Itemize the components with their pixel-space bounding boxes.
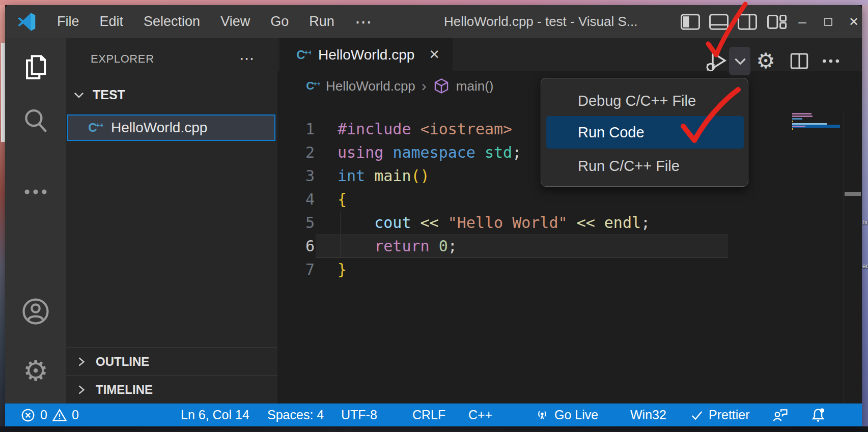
close-button[interactable]: ✕ (842, 5, 865, 38)
cpp-file-icon: C++ (88, 120, 103, 135)
encoding-setting[interactable]: UTF-8 (341, 404, 377, 426)
code-line: 7} (277, 258, 843, 281)
desktop-wallpaper-bottom (0, 426, 868, 432)
symbol-cube-icon (433, 77, 450, 95)
explorer-more-icon[interactable]: ⋯ (239, 49, 256, 67)
status-bar: 0 0 Ln 6, Col 14 Spaces: 4 UTF-8 CRLF C+… (5, 404, 862, 426)
window-title: HelloWorld.cpp - test - Visual S... (444, 5, 638, 38)
feedback-icon[interactable] (771, 404, 789, 426)
desktop-icon-label: ec (862, 263, 868, 270)
toggle-panel-icon[interactable] (709, 13, 729, 31)
breadcrumb-file[interactable]: HelloWorld.cpp (326, 78, 415, 94)
explorer-sidebar: EXPLORER ⋯ TEST C++ HelloWorld.cpp OUTLI… (66, 38, 277, 404)
eol-setting[interactable]: CRLF (412, 404, 445, 426)
desktop-wallpaper-top (0, 0, 868, 5)
problems-indicator[interactable]: 0 0 (20, 404, 79, 426)
menu-item-run-code[interactable]: Run Code (546, 116, 744, 149)
menu-selection[interactable]: Selection (133, 5, 210, 38)
platform-target[interactable]: Win32 (630, 404, 666, 426)
menu-run[interactable]: Run (299, 5, 345, 38)
tab-close-icon[interactable]: ✕ (429, 47, 440, 63)
run-dropdown-chevron-icon[interactable] (729, 48, 752, 74)
sidebar-item-explorer[interactable] (5, 48, 66, 87)
menu-edit[interactable]: Edit (90, 5, 134, 38)
formatter-button[interactable]: Prettier (690, 404, 750, 426)
code-text: using namespace std; (338, 141, 521, 164)
tab-helloworld[interactable]: C++ HelloWorld.cpp ✕ (279, 38, 453, 71)
settings-gear-icon[interactable]: ⚙ (754, 48, 777, 74)
account-icon[interactable] (5, 292, 66, 331)
code-line: 4{ (277, 188, 843, 211)
menu-file[interactable]: File (47, 5, 90, 38)
code-text: return 0; (338, 235, 457, 258)
cpp-file-icon: C++ (296, 47, 311, 63)
error-count: 0 (40, 408, 47, 422)
minimap-line (792, 121, 793, 122)
go-live-button[interactable]: Go Live (535, 404, 598, 426)
menu-go[interactable]: Go (260, 5, 299, 38)
svg-text:++: ++ (304, 49, 311, 56)
toggle-secondary-sidebar-icon[interactable] (737, 13, 758, 31)
warning-count: 0 (72, 408, 79, 422)
debug-run-button[interactable] (704, 48, 727, 74)
minimap-line (792, 126, 805, 127)
outline-section-header[interactable]: OUTLINE (66, 347, 277, 376)
manage-gear-icon[interactable]: ⚙ (5, 352, 66, 390)
minimap-line (792, 116, 813, 117)
minimap[interactable] (792, 113, 843, 138)
breadcrumb-symbol[interactable]: main() (456, 78, 494, 94)
activity-bar: ⚙ (5, 38, 66, 404)
toggle-primary-sidebar-icon[interactable] (680, 13, 701, 31)
svg-text:++: ++ (313, 80, 320, 88)
error-circle-icon (20, 408, 36, 423)
tree-folder-test[interactable]: TEST (66, 83, 277, 106)
minimap-line (792, 113, 811, 114)
cursor-position[interactable]: Ln 6, Col 14 (181, 404, 249, 426)
split-editor-icon[interactable] (788, 48, 811, 74)
sidebar-item-search[interactable] (5, 101, 66, 140)
breadcrumb-separator: › (422, 77, 427, 95)
maximize-button[interactable] (817, 5, 840, 38)
line-number: 3 (277, 164, 315, 188)
minimap-line (792, 118, 802, 120)
menu-item-run-cpp-file[interactable]: Run C/C++ File (541, 153, 749, 179)
notifications-bell-icon[interactable] (809, 404, 827, 426)
code-text: } (338, 258, 347, 281)
file-name-label: HelloWorld.cpp (111, 120, 207, 136)
scrollbar-thumb[interactable] (845, 192, 861, 196)
minimize-button[interactable]: – (791, 5, 814, 38)
line-number: 7 (277, 258, 315, 281)
menu-more-icon[interactable]: ⋯ (345, 5, 382, 38)
more-actions-icon[interactable] (819, 48, 843, 74)
vscode-logo-icon (15, 11, 38, 33)
minimap-line (792, 123, 827, 125)
screenshot-canvas: bo ec File Edit Selection View Go Run ⋯ … (0, 0, 868, 432)
desktop-wallpaper-right (862, 5, 868, 426)
chevron-right-icon (75, 384, 88, 396)
check-icon (690, 408, 704, 422)
timeline-label: TIMELINE (96, 383, 153, 397)
cpp-file-icon: C++ (305, 79, 320, 93)
tree-file-helloworld[interactable]: C++ HelloWorld.cpp (67, 114, 275, 141)
menu-item-debug-cpp-file[interactable]: Debug C/C++ File (541, 88, 749, 114)
indentation-setting[interactable]: Spaces: 4 (267, 404, 324, 426)
code-line: 6 return 0; (277, 235, 843, 258)
chevron-down-icon (72, 88, 86, 101)
code-line: 5 cout << "Hello World" << endl; (277, 211, 843, 235)
debug-run-play-icon (704, 48, 728, 74)
line-number: 6 (277, 235, 315, 258)
minimap-line (792, 128, 793, 130)
outline-label: OUTLINE (96, 355, 149, 369)
language-mode[interactable]: C++ (468, 404, 492, 426)
explorer-header: EXPLORER ⋯ (66, 48, 277, 69)
activity-more-icon[interactable] (5, 172, 66, 211)
timeline-section-header[interactable]: TIMELINE (66, 376, 277, 404)
menu-bar: File Edit Selection View Go Run ⋯ (47, 5, 382, 38)
code-text: int main() (338, 164, 430, 188)
broadcast-icon (535, 408, 550, 423)
code-text: cout << "Hello World" << endl; (338, 211, 650, 235)
line-number: 1 (277, 118, 315, 141)
menu-view[interactable]: View (210, 5, 260, 38)
customize-layout-icon[interactable] (767, 13, 787, 31)
code-text: { (338, 188, 347, 211)
